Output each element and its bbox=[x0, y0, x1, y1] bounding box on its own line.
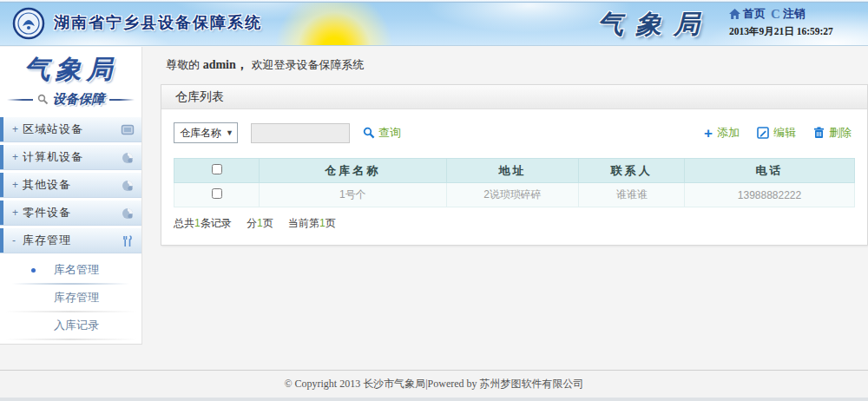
search-field-selected-value: 仓库名称 bbox=[180, 126, 221, 141]
expand-plus-icon: + bbox=[12, 179, 23, 191]
sidebar: 气象局 设备保障 + 区域站设备 + 计算机设备 + 其他设备 + 零件设备 bbox=[0, 47, 142, 345]
sidebar-item-label: 计算机设备 bbox=[23, 149, 83, 165]
greeting-text: 尊敬的 admin， 欢迎登录设备保障系统 bbox=[143, 47, 868, 73]
datetime: 2013年9月21日 16:59:27 bbox=[729, 25, 859, 38]
home-link-label: 首页 bbox=[743, 6, 766, 22]
add-button[interactable]: + 添加 bbox=[704, 125, 740, 141]
search-button[interactable]: 查询 bbox=[363, 125, 401, 141]
delete-button[interactable]: 删除 bbox=[813, 125, 852, 141]
search-field-select[interactable]: 仓库名称 ▼ bbox=[174, 122, 238, 143]
top-banner: 湖南省宁乡县设备保障系统 气象局 首页 C 注销 2013年9月21日 16:5… bbox=[0, 0, 868, 46]
submenu-item-label: 入库记录 bbox=[54, 319, 99, 332]
delete-button-label: 删除 bbox=[829, 125, 852, 141]
toolbar: 仓库名称 ▼ 查询 + 添加 bbox=[174, 122, 855, 144]
submenu-item-inbound-records[interactable]: 入库记录 bbox=[0, 312, 141, 339]
active-bullet-icon bbox=[31, 268, 36, 273]
warehouse-table: 仓库名称 地址 联系人 电话 1号个 2说琐琐碎碎 谁谁谁 1398888222… bbox=[174, 158, 855, 207]
cell-warehouse-name: 1号个 bbox=[260, 183, 447, 207]
search-deco-icon bbox=[37, 94, 49, 105]
agency-logo bbox=[12, 7, 45, 40]
greeting-username: admin， bbox=[203, 58, 248, 71]
expand-plus-icon: + bbox=[12, 151, 23, 163]
col-header-contact: 联系人 bbox=[579, 159, 685, 183]
submenu-item-inventory-management[interactable]: 库存管理 bbox=[0, 285, 141, 311]
logout-icon: C bbox=[771, 8, 780, 21]
footer-bottom-strip bbox=[0, 398, 868, 401]
banner-nav: 首页 C 注销 2013年9月21日 16:59:27 bbox=[729, 6, 859, 38]
search-button-label: 查询 bbox=[378, 125, 401, 141]
banner-top-line bbox=[0, 0, 868, 3]
sidebar-item-label: 其他设备 bbox=[23, 177, 71, 193]
panel-title: 仓库列表 bbox=[161, 85, 867, 109]
sidebar-logo: 气象局 设备保障 bbox=[0, 47, 141, 108]
sidebar-logo-subtitle: 设备保障 bbox=[53, 91, 105, 108]
sidebar-item-computer-equipment[interactable]: + 计算机设备 bbox=[0, 144, 141, 170]
device-icon bbox=[121, 179, 135, 193]
sidebar-item-other-equipment[interactable]: + 其他设备 bbox=[0, 172, 141, 198]
sidebar-item-label: 库存管理 bbox=[23, 233, 71, 248]
edit-icon bbox=[757, 127, 769, 139]
system-title: 湖南省宁乡县设备保障系统 bbox=[54, 12, 262, 33]
col-header-warehouse-name: 仓库名称 bbox=[260, 159, 447, 183]
sidebar-item-region-station-equipment[interactable]: + 区域站设备 bbox=[0, 116, 141, 142]
device-icon bbox=[121, 207, 135, 220]
expand-plus-icon: + bbox=[12, 207, 23, 219]
inventory-submenu: 库名管理 库存管理 入库记录 bbox=[0, 255, 141, 342]
sidebar-item-inventory-management[interactable]: - 库存管理 bbox=[0, 227, 141, 253]
add-button-label: 添加 bbox=[717, 125, 740, 141]
logout-link[interactable]: C 注销 bbox=[771, 6, 806, 22]
sidebar-item-label: 零件设备 bbox=[23, 205, 71, 220]
col-header-phone: 电话 bbox=[684, 159, 854, 183]
table-header-row: 仓库名称 地址 联系人 电话 bbox=[174, 159, 855, 183]
trash-icon bbox=[813, 127, 825, 139]
plus-icon: + bbox=[704, 126, 713, 141]
logo-rule-right bbox=[109, 99, 135, 101]
home-link[interactable]: 首页 bbox=[729, 6, 766, 22]
edit-button-label: 编辑 bbox=[773, 125, 796, 141]
submenu-item-warehouse-name-management[interactable]: 库名管理 bbox=[0, 257, 141, 283]
sidebar-item-label: 区域站设备 bbox=[23, 122, 83, 137]
device-icon bbox=[121, 151, 135, 165]
tools-icon bbox=[121, 234, 135, 248]
col-header-address: 地址 bbox=[446, 159, 579, 183]
agency-title: 气象局 bbox=[597, 7, 712, 43]
expand-plus-icon: + bbox=[12, 123, 23, 135]
monitor-icon bbox=[121, 123, 135, 137]
main-content: 尊敬的 admin， 欢迎登录设备保障系统 仓库列表 仓库名称 ▼ 查询 bbox=[143, 47, 868, 370]
submenu-item-label: 库名管理 bbox=[54, 263, 99, 276]
cell-address: 2说琐琐碎碎 bbox=[446, 183, 579, 207]
pagination: 总共1条记录 分1页 当前第1页 bbox=[174, 216, 855, 231]
submenu-item-label: 库存管理 bbox=[54, 291, 99, 304]
select-all-checkbox[interactable] bbox=[212, 164, 222, 174]
search-icon bbox=[363, 127, 375, 139]
warehouse-list-panel: 仓库列表 仓库名称 ▼ 查询 + 添加 bbox=[161, 84, 868, 246]
chevron-down-icon: ▼ bbox=[226, 128, 233, 137]
search-input[interactable] bbox=[251, 123, 350, 143]
footer: © Copyright 2013 长沙市气象局|Powered by 苏州梦图软… bbox=[0, 370, 868, 401]
sidebar-item-parts-equipment[interactable]: + 零件设备 bbox=[0, 200, 141, 226]
copyright-text: © Copyright 2013 长沙市气象局|Powered by 苏州梦图软… bbox=[0, 371, 868, 397]
edit-button[interactable]: 编辑 bbox=[757, 125, 796, 141]
submenu-divider bbox=[5, 339, 136, 340]
pagination-pages: 分1页 bbox=[247, 217, 273, 229]
table-row[interactable]: 1号个 2说琐琐碎碎 谁谁谁 13988882222 bbox=[174, 183, 855, 207]
greeting-prefix: 尊敬的 bbox=[166, 58, 200, 71]
collapse-minus-icon: - bbox=[12, 234, 23, 247]
pagination-current: 当前第1页 bbox=[288, 217, 336, 229]
cell-phone: 13988882222 bbox=[684, 183, 854, 207]
row-checkbox[interactable] bbox=[212, 188, 222, 199]
logout-link-label: 注销 bbox=[783, 6, 806, 22]
logo-rule-left bbox=[7, 99, 33, 101]
pagination-total: 总共1条记录 bbox=[174, 217, 232, 229]
greeting-suffix: 欢迎登录设备保障系统 bbox=[251, 58, 364, 71]
cell-contact: 谁谁谁 bbox=[579, 183, 685, 207]
sidebar-logo-title: 气象局 bbox=[0, 52, 141, 88]
home-icon bbox=[729, 9, 740, 19]
action-buttons: + 添加 编辑 删除 bbox=[704, 125, 855, 141]
